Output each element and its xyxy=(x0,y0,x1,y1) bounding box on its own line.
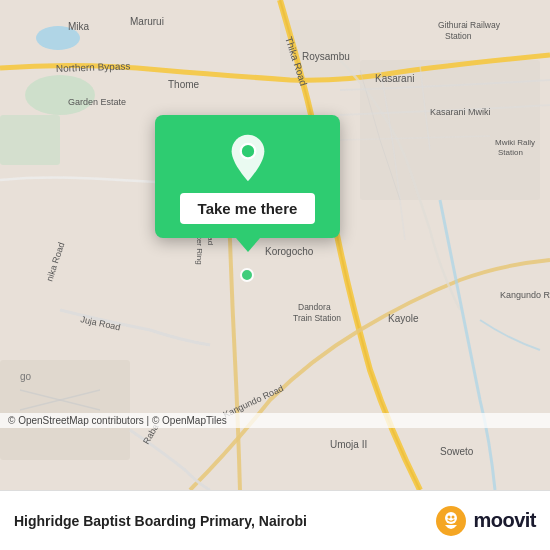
label-umoja: Umoja II xyxy=(330,439,367,450)
label-roysambu: Roysambu xyxy=(302,51,350,62)
label-dandora: Dandora xyxy=(298,302,331,312)
copyright-bar: © OpenStreetMap contributors | © OpenMap… xyxy=(0,413,550,428)
svg-point-1 xyxy=(25,75,95,115)
label-marurui: Marurui xyxy=(130,16,164,27)
location-pin-icon xyxy=(223,133,273,183)
destination-name: Highridge Baptist Boarding Primary, Nair… xyxy=(14,513,307,529)
popup-card: Take me there xyxy=(155,115,340,238)
svg-rect-2 xyxy=(0,115,60,165)
moovit-logo: moovit xyxy=(435,505,536,537)
label-garden-estate: Garden Estate xyxy=(68,97,126,107)
svg-point-17 xyxy=(448,515,451,518)
svg-point-18 xyxy=(452,515,455,518)
label-kangundo: Kangundo Roa... xyxy=(500,290,550,300)
label-kasarani-mwiki: Kasarani Mwiki xyxy=(430,107,491,117)
svg-text:Train Station: Train Station xyxy=(293,313,341,323)
svg-text:Station: Station xyxy=(445,31,472,41)
label-korogocho: Korogocho xyxy=(265,246,314,257)
svg-point-14 xyxy=(240,144,255,159)
label-go: go xyxy=(20,371,32,382)
label-kasarani: Kasarani xyxy=(375,73,414,84)
label-githurai: Githurai Railway xyxy=(438,20,501,30)
copyright-text: © OpenStreetMap contributors | © OpenMap… xyxy=(8,415,227,426)
svg-text:Station: Station xyxy=(498,148,523,157)
label-mwiki-station: Mwiki Rally xyxy=(495,138,535,147)
svg-point-13 xyxy=(241,269,253,281)
bottom-bar: Highridge Baptist Boarding Primary, Nair… xyxy=(0,490,550,550)
svg-point-16 xyxy=(445,512,457,524)
take-me-there-button[interactable]: Take me there xyxy=(180,193,316,224)
label-thome: Thome xyxy=(168,79,200,90)
label-kayole: Kayole xyxy=(388,313,419,324)
map-container: Mika Marurui Northern Bypass Thika Road … xyxy=(0,0,550,490)
destination-info: Highridge Baptist Boarding Primary, Nair… xyxy=(14,513,307,529)
moovit-text: moovit xyxy=(473,509,536,532)
label-mika: Mika xyxy=(68,21,90,32)
moovit-icon xyxy=(435,505,467,537)
label-soweto: Soweto xyxy=(440,446,474,457)
